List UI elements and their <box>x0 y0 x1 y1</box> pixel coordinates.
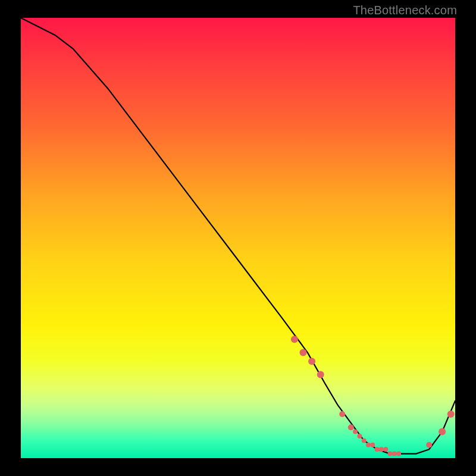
highlight-point <box>388 452 393 456</box>
highlight-point <box>370 443 375 447</box>
highlight-point <box>426 442 432 448</box>
highlight-point <box>392 452 397 456</box>
bottleneck-curve <box>21 18 455 454</box>
highlight-point <box>353 430 358 434</box>
highlight-point <box>308 358 315 365</box>
highlight-point <box>291 336 298 343</box>
chart-stage: TheBottleneck.com <box>0 0 476 476</box>
highlight-point <box>362 438 367 443</box>
highlight-point <box>396 452 401 456</box>
plot-area <box>21 18 455 458</box>
highlight-point <box>357 434 362 439</box>
highlight-point <box>317 371 324 378</box>
highlight-point <box>383 447 388 452</box>
highlight-point <box>447 411 455 418</box>
highlight-point <box>339 411 345 417</box>
highlight-point <box>366 443 371 447</box>
highlight-point <box>300 349 307 356</box>
highlight-point <box>439 428 446 436</box>
curve-layer <box>21 18 455 458</box>
highlight-point <box>348 424 354 430</box>
watermark-text: TheBottleneck.com <box>353 4 457 17</box>
highlight-point <box>375 447 380 452</box>
highlight-point <box>379 447 384 452</box>
